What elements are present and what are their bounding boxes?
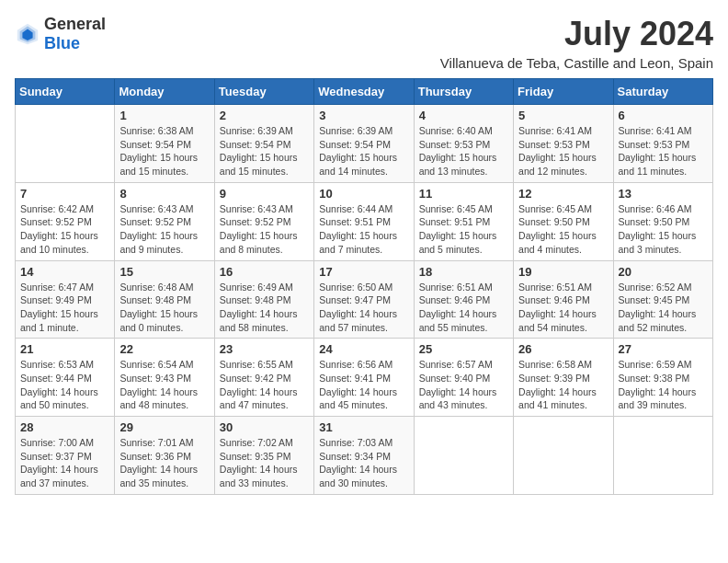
calendar-cell: 10Sunrise: 6:44 AM Sunset: 9:51 PM Dayli… bbox=[314, 182, 414, 260]
page-header: General Blue July 2024 Villanueva de Teb… bbox=[15, 15, 713, 71]
day-number: 5 bbox=[518, 109, 608, 122]
day-info: Sunrise: 6:44 AM Sunset: 9:51 PM Dayligh… bbox=[319, 202, 408, 257]
day-number: 18 bbox=[419, 265, 508, 279]
day-number: 19 bbox=[518, 265, 608, 279]
calendar-header: SundayMondayTuesdayWednesdayThursdayFrid… bbox=[16, 79, 713, 105]
logo: General Blue bbox=[15, 15, 106, 53]
week-row-0: 1Sunrise: 6:38 AM Sunset: 9:54 PM Daylig… bbox=[16, 105, 713, 183]
day-info: Sunrise: 6:45 AM Sunset: 9:50 PM Dayligh… bbox=[518, 202, 608, 257]
calendar-cell: 27Sunrise: 6:59 AM Sunset: 9:38 PM Dayli… bbox=[613, 339, 712, 417]
header-thursday: Thursday bbox=[414, 79, 513, 105]
calendar-cell bbox=[16, 105, 115, 183]
calendar-cell bbox=[514, 417, 613, 495]
day-number: 14 bbox=[20, 265, 109, 279]
calendar-cell: 30Sunrise: 7:02 AM Sunset: 9:35 PM Dayli… bbox=[214, 417, 313, 495]
day-info: Sunrise: 6:39 AM Sunset: 9:54 PM Dayligh… bbox=[220, 124, 309, 178]
calendar-cell: 7Sunrise: 6:42 AM Sunset: 9:52 PM Daylig… bbox=[16, 182, 115, 260]
day-info: Sunrise: 6:53 AM Sunset: 9:44 PM Dayligh… bbox=[20, 358, 109, 412]
day-info: Sunrise: 6:47 AM Sunset: 9:49 PM Dayligh… bbox=[20, 281, 109, 335]
day-info: Sunrise: 6:57 AM Sunset: 9:40 PM Dayligh… bbox=[419, 358, 508, 412]
day-number: 8 bbox=[119, 187, 209, 201]
calendar-cell: 12Sunrise: 6:45 AM Sunset: 9:50 PM Dayli… bbox=[514, 182, 613, 260]
day-info: Sunrise: 6:45 AM Sunset: 9:51 PM Dayligh… bbox=[419, 202, 508, 257]
day-info: Sunrise: 6:42 AM Sunset: 9:52 PM Dayligh… bbox=[20, 202, 109, 257]
logo-blue: Blue bbox=[44, 34, 80, 52]
day-info: Sunrise: 7:01 AM Sunset: 9:36 PM Dayligh… bbox=[119, 436, 209, 490]
logo-text: General Blue bbox=[44, 15, 106, 53]
calendar-cell: 14Sunrise: 6:47 AM Sunset: 9:49 PM Dayli… bbox=[16, 260, 115, 339]
calendar-table: SundayMondayTuesdayWednesdayThursdayFrid… bbox=[15, 78, 713, 495]
week-row-3: 21Sunrise: 6:53 AM Sunset: 9:44 PM Dayli… bbox=[16, 339, 713, 417]
day-info: Sunrise: 6:41 AM Sunset: 9:53 PM Dayligh… bbox=[619, 124, 708, 178]
day-info: Sunrise: 6:46 AM Sunset: 9:50 PM Dayligh… bbox=[619, 202, 708, 257]
calendar-cell: 15Sunrise: 6:48 AM Sunset: 9:48 PM Dayli… bbox=[115, 260, 214, 339]
calendar-cell: 25Sunrise: 6:57 AM Sunset: 9:40 PM Dayli… bbox=[414, 339, 513, 417]
day-number: 16 bbox=[220, 265, 309, 279]
week-row-4: 28Sunrise: 7:00 AM Sunset: 9:37 PM Dayli… bbox=[16, 417, 713, 495]
day-info: Sunrise: 6:49 AM Sunset: 9:48 PM Dayligh… bbox=[220, 281, 309, 335]
day-number: 23 bbox=[220, 342, 309, 356]
week-row-1: 7Sunrise: 6:42 AM Sunset: 9:52 PM Daylig… bbox=[16, 182, 713, 260]
calendar-cell: 17Sunrise: 6:50 AM Sunset: 9:47 PM Dayli… bbox=[314, 260, 414, 339]
day-number: 1 bbox=[119, 109, 209, 122]
calendar-cell: 26Sunrise: 6:58 AM Sunset: 9:39 PM Dayli… bbox=[514, 339, 613, 417]
day-number: 7 bbox=[20, 187, 109, 201]
day-number: 22 bbox=[119, 342, 209, 356]
calendar-cell: 1Sunrise: 6:38 AM Sunset: 9:54 PM Daylig… bbox=[115, 105, 214, 183]
day-info: Sunrise: 6:51 AM Sunset: 9:46 PM Dayligh… bbox=[518, 281, 608, 335]
day-number: 6 bbox=[619, 109, 708, 122]
day-number: 25 bbox=[419, 342, 508, 356]
logo-icon bbox=[15, 21, 40, 47]
day-info: Sunrise: 6:51 AM Sunset: 9:46 PM Dayligh… bbox=[419, 281, 508, 335]
calendar-cell: 3Sunrise: 6:39 AM Sunset: 9:54 PM Daylig… bbox=[314, 105, 414, 183]
day-info: Sunrise: 6:48 AM Sunset: 9:48 PM Dayligh… bbox=[119, 281, 209, 335]
day-info: Sunrise: 6:55 AM Sunset: 9:42 PM Dayligh… bbox=[220, 358, 309, 412]
header-sunday: Sunday bbox=[16, 79, 115, 105]
day-number: 30 bbox=[220, 420, 309, 434]
calendar-cell: 11Sunrise: 6:45 AM Sunset: 9:51 PM Dayli… bbox=[414, 182, 513, 260]
day-number: 31 bbox=[319, 420, 408, 434]
day-info: Sunrise: 6:52 AM Sunset: 9:45 PM Dayligh… bbox=[619, 281, 708, 335]
header-monday: Monday bbox=[115, 79, 214, 105]
calendar-cell: 2Sunrise: 6:39 AM Sunset: 9:54 PM Daylig… bbox=[214, 105, 313, 183]
calendar-body: 1Sunrise: 6:38 AM Sunset: 9:54 PM Daylig… bbox=[16, 105, 713, 495]
header-row: SundayMondayTuesdayWednesdayThursdayFrid… bbox=[16, 79, 713, 105]
day-info: Sunrise: 7:00 AM Sunset: 9:37 PM Dayligh… bbox=[20, 436, 109, 490]
day-info: Sunrise: 6:43 AM Sunset: 9:52 PM Dayligh… bbox=[220, 202, 309, 257]
calendar-cell: 9Sunrise: 6:43 AM Sunset: 9:52 PM Daylig… bbox=[214, 182, 313, 260]
header-wednesday: Wednesday bbox=[314, 79, 414, 105]
calendar-cell: 19Sunrise: 6:51 AM Sunset: 9:46 PM Dayli… bbox=[514, 260, 613, 339]
calendar-cell: 28Sunrise: 7:00 AM Sunset: 9:37 PM Dayli… bbox=[16, 417, 115, 495]
calendar-cell: 5Sunrise: 6:41 AM Sunset: 9:53 PM Daylig… bbox=[514, 105, 613, 183]
day-info: Sunrise: 7:03 AM Sunset: 9:34 PM Dayligh… bbox=[319, 436, 408, 490]
day-number: 9 bbox=[220, 187, 309, 201]
day-number: 17 bbox=[319, 265, 408, 279]
calendar-cell: 31Sunrise: 7:03 AM Sunset: 9:34 PM Dayli… bbox=[314, 417, 414, 495]
day-info: Sunrise: 7:02 AM Sunset: 9:35 PM Dayligh… bbox=[220, 436, 309, 490]
logo-general: General bbox=[44, 15, 106, 33]
calendar-cell: 24Sunrise: 6:56 AM Sunset: 9:41 PM Dayli… bbox=[314, 339, 414, 417]
day-number: 3 bbox=[319, 109, 408, 122]
main-title: July 2024 bbox=[440, 15, 713, 53]
day-number: 20 bbox=[619, 265, 708, 279]
title-block: July 2024 Villanueva de Teba, Castille a… bbox=[440, 15, 713, 71]
day-number: 10 bbox=[319, 187, 408, 201]
day-info: Sunrise: 6:50 AM Sunset: 9:47 PM Dayligh… bbox=[319, 281, 408, 335]
subtitle: Villanueva de Teba, Castille and Leon, S… bbox=[440, 55, 713, 71]
day-number: 27 bbox=[619, 342, 708, 356]
day-info: Sunrise: 6:58 AM Sunset: 9:39 PM Dayligh… bbox=[518, 358, 608, 412]
calendar-cell: 6Sunrise: 6:41 AM Sunset: 9:53 PM Daylig… bbox=[613, 105, 712, 183]
day-info: Sunrise: 6:38 AM Sunset: 9:54 PM Dayligh… bbox=[119, 124, 209, 178]
day-info: Sunrise: 6:54 AM Sunset: 9:43 PM Dayligh… bbox=[119, 358, 209, 412]
calendar-cell: 20Sunrise: 6:52 AM Sunset: 9:45 PM Dayli… bbox=[613, 260, 712, 339]
day-info: Sunrise: 6:56 AM Sunset: 9:41 PM Dayligh… bbox=[319, 358, 408, 412]
calendar-cell: 23Sunrise: 6:55 AM Sunset: 9:42 PM Dayli… bbox=[214, 339, 313, 417]
calendar-cell: 18Sunrise: 6:51 AM Sunset: 9:46 PM Dayli… bbox=[414, 260, 513, 339]
day-number: 12 bbox=[518, 187, 608, 201]
day-number: 15 bbox=[119, 265, 209, 279]
day-info: Sunrise: 6:39 AM Sunset: 9:54 PM Dayligh… bbox=[319, 124, 408, 178]
header-saturday: Saturday bbox=[613, 79, 712, 105]
day-number: 21 bbox=[20, 342, 109, 356]
day-number: 29 bbox=[119, 420, 209, 434]
day-info: Sunrise: 6:40 AM Sunset: 9:53 PM Dayligh… bbox=[419, 124, 508, 178]
